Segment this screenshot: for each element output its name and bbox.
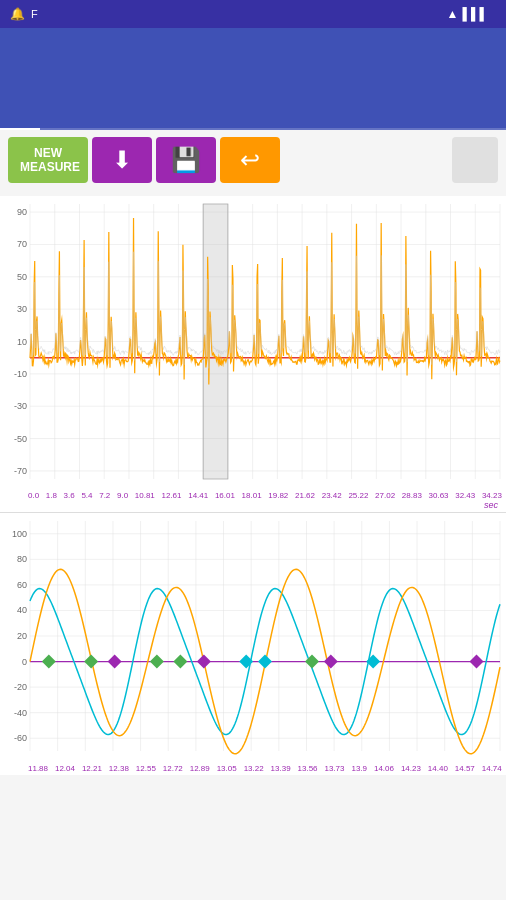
status-bar: 🔔 F ▲ ▌▌▌ xyxy=(0,0,506,28)
tab-bar xyxy=(0,86,506,130)
app-bar xyxy=(0,28,506,86)
tab-heart-wave[interactable] xyxy=(0,86,40,128)
chart2-x-axis: 11.88 12.04 12.21 12.38 12.55 12.72 12.8… xyxy=(0,762,506,775)
chart1-x-axis: 0.0 1.8 3.6 5.4 7.2 9.0 10.81 12.61 14.4… xyxy=(0,491,506,512)
toolbar: NEWMEASURE ⬇ 💾 ↩ xyxy=(0,130,506,190)
f-icon: F xyxy=(31,8,38,20)
undo-button[interactable]: ↩ xyxy=(220,137,280,183)
undo-icon: ↩ xyxy=(240,146,260,174)
download-icon: ⬇ xyxy=(112,146,132,174)
new-measure-button[interactable]: NEWMEASURE xyxy=(8,137,88,183)
status-right: ▲ ▌▌▌ xyxy=(447,7,496,21)
save-button[interactable]: 💾 xyxy=(156,137,216,183)
chart2-wrapper xyxy=(0,512,506,762)
tab-options[interactable] xyxy=(80,86,120,128)
chart1-wrapper xyxy=(0,196,506,491)
tab-results[interactable] xyxy=(40,86,80,128)
wifi-icon: ▲ xyxy=(447,7,459,21)
download-button[interactable]: ⬇ xyxy=(92,137,152,183)
chart1-sec-label: sec xyxy=(484,500,498,510)
signal-icon: ▌▌▌ xyxy=(462,7,488,21)
status-left: 🔔 F xyxy=(10,7,38,21)
heart-wave-chart[interactable] xyxy=(0,196,506,491)
help-button[interactable] xyxy=(452,137,498,183)
analysis-chart[interactable] xyxy=(0,513,506,763)
notification-icon: 🔔 xyxy=(10,7,25,21)
save-icon: 💾 xyxy=(171,146,201,174)
